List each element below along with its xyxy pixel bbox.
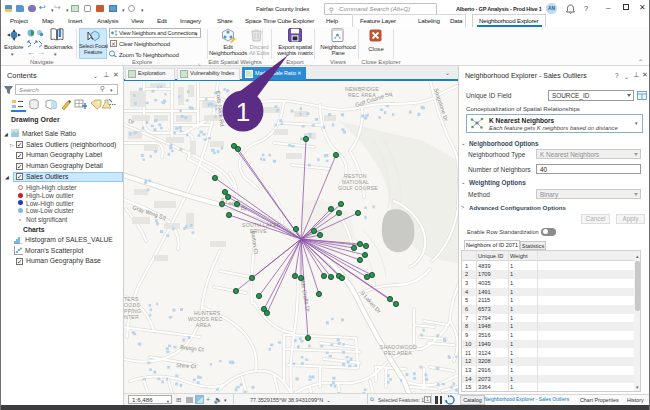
svg-text:1: 1 bbox=[236, 97, 250, 127]
svg-text:Dr: Dr bbox=[128, 118, 135, 125]
svg-text:AREA: AREA bbox=[196, 322, 211, 328]
svg-text:REC AREA: REC AREA bbox=[384, 350, 412, 356]
svg-text:GOLF COURSE: GOLF COURSE bbox=[338, 185, 378, 191]
svg-text:NTER: NTER bbox=[124, 314, 139, 320]
